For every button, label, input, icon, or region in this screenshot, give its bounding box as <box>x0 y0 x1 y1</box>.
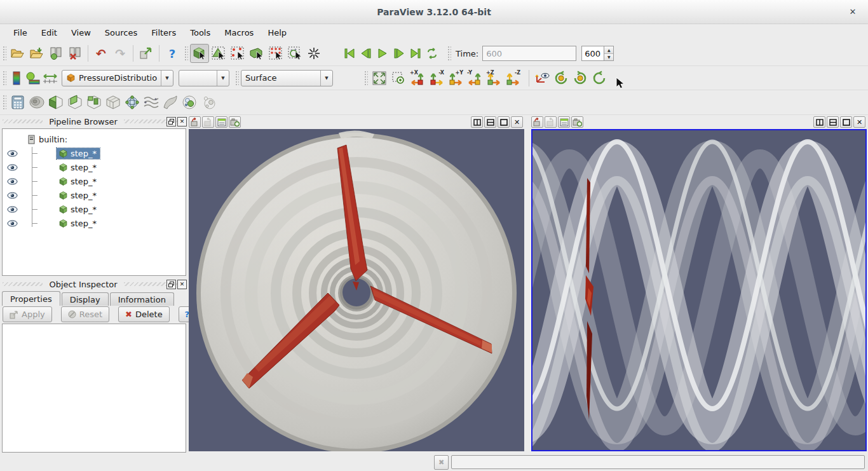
toolbar-handle[interactable] <box>2 94 6 111</box>
dock-float-button[interactable] <box>166 280 176 289</box>
pick-point-button[interactable] <box>304 44 323 63</box>
extract-group-filter-button[interactable] <box>199 93 218 112</box>
color-by-combobox[interactable]: PressureDistribution ▼ <box>62 70 173 86</box>
toggle-color-legend-button[interactable] <box>8 70 25 86</box>
pipeline-item[interactable]: step_* <box>57 204 100 215</box>
disconnect-server-button[interactable] <box>65 44 85 63</box>
spin-down-icon[interactable]: ▼ <box>604 54 613 61</box>
view-plus-y-button[interactable]: +Y <box>446 69 465 88</box>
representation-combobox[interactable]: Surface ▼ <box>241 70 333 86</box>
toolbar-handle[interactable] <box>2 70 6 86</box>
window-close-icon[interactable]: ✕ <box>846 6 859 18</box>
connect-server-button[interactable] <box>46 44 65 63</box>
dock-float-button[interactable] <box>166 117 176 126</box>
visibility-toggle[interactable] <box>3 220 22 227</box>
menu-help[interactable]: Help <box>261 26 294 39</box>
toolbar-handle[interactable] <box>184 45 188 62</box>
view1-canvas[interactable] <box>189 129 524 451</box>
stream-tracer-filter-button[interactable] <box>142 93 161 112</box>
select-points-on-button[interactable] <box>209 44 228 63</box>
select-block-button[interactable] <box>266 44 285 63</box>
select-points-through-button[interactable] <box>247 44 266 63</box>
pipeline-item[interactable]: step_* <box>57 162 100 173</box>
menu-tools[interactable]: Tools <box>183 26 217 39</box>
interactive-select-button[interactable] <box>285 44 304 63</box>
tab-properties[interactable]: Properties <box>2 291 60 306</box>
warp-vector-filter-button[interactable] <box>161 93 180 112</box>
select-cells-on-button[interactable] <box>190 44 209 63</box>
view-minus-y-button[interactable]: -Y <box>465 69 484 88</box>
abort-button[interactable]: ✖ <box>434 455 449 470</box>
play-button[interactable] <box>374 45 391 62</box>
calculator-filter-button[interactable] <box>8 93 27 112</box>
threshold-filter-button[interactable] <box>85 93 104 112</box>
edit-color-map-button[interactable] <box>25 70 41 86</box>
next-frame-button[interactable] <box>391 45 407 62</box>
extract-subset-filter-button[interactable] <box>104 93 123 112</box>
view-plus-x-button[interactable]: +X <box>408 69 427 88</box>
pipeline-item-row[interactable]: step_* <box>3 216 186 230</box>
pipeline-tree[interactable]: builtin: step_* <box>2 128 186 276</box>
close-view-button[interactable]: ✕ <box>853 116 865 128</box>
view2-canvas[interactable] <box>531 129 867 451</box>
view-camera-redo-button[interactable] <box>202 116 214 128</box>
group-datasets-filter-button[interactable] <box>180 93 199 112</box>
maximize-view-button[interactable] <box>840 116 852 128</box>
split-horizontal-button[interactable] <box>471 116 483 128</box>
help-button[interactable]: ? <box>163 44 182 63</box>
visibility-toggle[interactable] <box>3 178 22 185</box>
pipeline-item-row[interactable]: step_* <box>3 160 186 174</box>
view-camera-undo-button[interactable] <box>531 116 543 128</box>
menu-view[interactable]: View <box>64 26 98 39</box>
menu-filters[interactable]: Filters <box>144 26 183 39</box>
apply-button[interactable]: Apply <box>3 306 52 322</box>
rotate-90-cw-button[interactable] <box>552 69 571 88</box>
redo-button[interactable]: ↷ <box>111 44 130 63</box>
delete-button[interactable]: ✖ Delete <box>118 306 170 322</box>
menu-edit[interactable]: Edit <box>34 26 64 39</box>
camera-undo-button[interactable] <box>137 44 156 63</box>
edit-view-options-button[interactable] <box>215 116 227 128</box>
last-frame-button[interactable] <box>407 45 424 62</box>
toolbar-handle[interactable] <box>234 70 239 86</box>
undo-button[interactable]: ↶ <box>92 44 111 63</box>
capture-view-button[interactable] <box>571 116 583 128</box>
menu-file[interactable]: File <box>6 26 34 39</box>
capture-view-button[interactable] <box>229 116 241 128</box>
tab-display[interactable]: Display <box>62 292 109 306</box>
visibility-toggle[interactable] <box>3 150 22 157</box>
view-minus-z-button[interactable]: -Z <box>503 69 522 88</box>
zoom-to-data-button[interactable] <box>389 69 408 88</box>
time-field[interactable] <box>482 46 576 61</box>
toolbar-handle[interactable] <box>447 45 451 62</box>
pipeline-item[interactable]: step_* <box>57 176 100 187</box>
slice-filter-button[interactable] <box>65 93 85 112</box>
pipeline-item-row[interactable]: step_* <box>3 202 186 216</box>
dock-close-button[interactable]: ✕ <box>177 117 187 126</box>
time-spin-input[interactable] <box>582 46 604 60</box>
dock-close-button[interactable]: ✕ <box>177 280 187 289</box>
view-minus-x-button[interactable]: -X <box>427 69 446 88</box>
visibility-toggle[interactable] <box>3 192 22 199</box>
component-combobox[interactable]: ▼ <box>179 70 229 86</box>
pipeline-item-row[interactable]: step_* <box>3 188 186 202</box>
view-camera-undo-button[interactable] <box>189 116 201 128</box>
reset-button[interactable]: Reset <box>61 306 109 322</box>
select-cells-through-button[interactable] <box>228 44 247 63</box>
toolbar-handle[interactable] <box>2 45 6 62</box>
visibility-toggle[interactable] <box>3 164 22 171</box>
open-file-button[interactable] <box>8 44 27 63</box>
show-center-axes-button[interactable] <box>532 69 552 88</box>
split-vertical-button[interactable] <box>484 116 496 128</box>
contour-filter-button[interactable] <box>27 93 46 112</box>
first-frame-button[interactable] <box>341 45 358 62</box>
close-view-button[interactable]: ✕ <box>511 116 523 128</box>
rotate-90-ccw-button[interactable] <box>571 69 590 88</box>
split-horizontal-button[interactable] <box>813 116 825 128</box>
pipeline-server-row[interactable]: builtin: <box>3 132 186 146</box>
maximize-view-button[interactable] <box>498 116 510 128</box>
split-vertical-button[interactable] <box>827 116 839 128</box>
pipeline-item-row[interactable]: step_* <box>3 146 186 160</box>
menu-sources[interactable]: Sources <box>98 26 144 39</box>
save-data-button[interactable] <box>27 44 46 63</box>
